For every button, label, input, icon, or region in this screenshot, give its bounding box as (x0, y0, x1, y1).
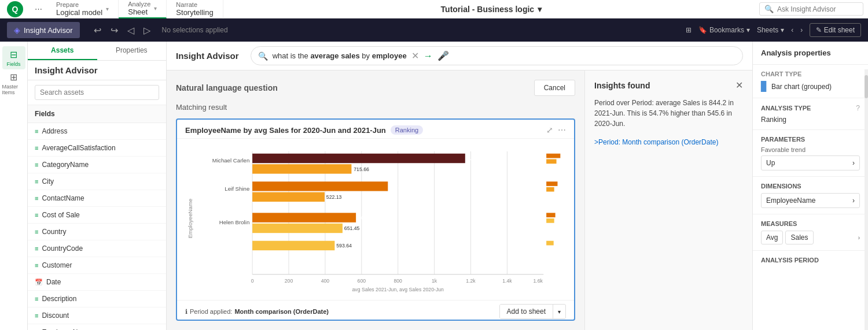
nav-prepare[interactable]: Prepare Logical model ▾ (47, 0, 119, 18)
asset-panel: Assets Properties Insight Advisor Fields… (28, 42, 167, 330)
svg-text:748.83: 748.83 (358, 215, 373, 221)
period-comparison-link[interactable]: >Period: Month comparison (OrderDate) (594, 138, 743, 146)
sidebar-item-master-items[interactable]: ⊞ Master Items (2, 72, 25, 95)
svg-text:Michael Carlen: Michael Carlen (212, 157, 249, 164)
analysis-properties-header: Analysis properties (753, 42, 868, 65)
expand-chart-button[interactable]: ⤢ (546, 125, 553, 135)
field-text-icon-3: ≡ (35, 161, 38, 168)
field-item-countrycode[interactable]: ≡ CountryCode (28, 240, 166, 257)
add-to-sheet-button[interactable]: Add to sheet ▾ (499, 304, 566, 319)
sheets-button[interactable]: Sheets ▾ (757, 26, 784, 34)
app-title[interactable]: Tutorial - Business logic ▾ (441, 5, 542, 14)
sidebar-item-fields[interactable]: ⊟ Fields (2, 46, 25, 69)
svg-text:Leif Shine: Leif Shine (225, 186, 249, 192)
dots-menu[interactable]: ⋯ (30, 2, 47, 16)
field-text-icon-4: ≡ (35, 178, 38, 185)
field-text-icon-11: ≡ (35, 312, 38, 319)
parameters-section: Parameters Favorable trend Up › (753, 130, 868, 177)
matching-result-label: Matching result (176, 103, 575, 112)
redo-button[interactable]: ↪ (108, 23, 120, 38)
field-label-country: Country (42, 228, 66, 236)
measure-avg-tag[interactable]: Avg (761, 231, 783, 244)
insight-advisor-icon: ◈ (14, 25, 20, 35)
period-info-icon: ℹ (185, 308, 187, 316)
nav-analyze-value: Sheet (128, 8, 150, 16)
measures-row: Avg Sales › (761, 231, 860, 244)
toolbar-right: ⊞ 🔖 Bookmarks ▾ Sheets ▾ ‹ › ✎ Edit shee… (686, 23, 861, 37)
info-icon[interactable]: ? (856, 104, 860, 112)
query-before: what is the (273, 51, 311, 60)
measure-sales-tag[interactable]: Sales (785, 231, 813, 244)
svg-text:1.6k: 1.6k (533, 278, 543, 284)
query-bold1: average sales (310, 51, 359, 60)
bookmarks-button[interactable]: 🔖 Bookmarks ▾ (698, 26, 750, 34)
insights-header: Insights found ✕ (594, 80, 743, 91)
nav-right: 🔍 (759, 2, 863, 16)
svg-text:0: 0 (251, 278, 254, 284)
field-label-contactname: ContactName (42, 194, 84, 202)
forward-button[interactable]: ▷ (141, 23, 153, 38)
field-calendar-icon: 📅 (35, 279, 43, 286)
measure-arrow-icon[interactable]: › (858, 235, 860, 241)
svg-rect-37 (546, 154, 560, 158)
insight-advisor-button[interactable]: ◈ Insight Advisor (7, 22, 80, 38)
svg-rect-17 (252, 181, 388, 191)
svg-rect-23 (252, 224, 343, 233)
qlik-logo[interactable]: Q (5, 1, 30, 17)
search-assets-input[interactable] (35, 85, 159, 100)
field-item-country[interactable]: ≡ Country (28, 224, 166, 240)
nav-arrow-left[interactable]: ‹ (791, 26, 793, 34)
field-item-city[interactable]: ≡ City (28, 173, 166, 190)
svg-rect-19 (252, 192, 325, 202)
nl-question-header: Natural language question Cancel (176, 80, 575, 96)
svg-text:800: 800 (393, 278, 402, 284)
chart-body: EmployeeName Michae (177, 139, 574, 300)
tab-properties[interactable]: Properties (97, 42, 167, 60)
dimension-item[interactable]: EmployeeName › (761, 193, 860, 208)
chart-actions: ⤢ ⋯ (546, 125, 566, 135)
second-toolbar: ◈ Insight Advisor ↩ ↪ ◁ ▷ No selections … (0, 18, 868, 42)
back-button[interactable]: ◁ (125, 23, 137, 38)
field-item-avgcallsatisfaction[interactable]: ≡ AverageCallSatisfaction (28, 140, 166, 157)
analysis-panel: Analysis properties Chart type ▊ Bar cha… (752, 42, 868, 330)
add-sheet-chevron-icon[interactable]: ▾ (553, 306, 565, 318)
ia-microphone-button[interactable]: 🎤 (437, 50, 449, 61)
favorable-trend-dropdown[interactable]: Up › (761, 155, 860, 170)
chart-header: EmployeeName by avg Sales for 2020-Jun a… (177, 120, 574, 139)
field-item-address[interactable]: ≡ Address (28, 123, 166, 140)
field-label-countrycode: CountryCode (42, 244, 83, 253)
field-text-icon-8: ≡ (35, 245, 38, 252)
analysis-type-section: Analysis type ? Ranking (753, 98, 868, 130)
ia-search-bar[interactable]: 🔍 what is the average sales by employee … (251, 46, 743, 65)
field-item-customer[interactable]: ≡ Customer (28, 257, 166, 274)
field-item-employeename[interactable]: ≡ EmployeeName (28, 324, 166, 330)
field-text-icon: ≡ (35, 128, 38, 135)
edit-sheet-button[interactable]: ✎ Edit sheet (810, 23, 861, 37)
ia-submit-button[interactable]: → (424, 51, 433, 61)
ask-insight-advisor-input[interactable] (777, 5, 864, 13)
analysis-type-value: Ranking (761, 116, 860, 124)
grid-view-button[interactable]: ⊞ (686, 26, 692, 34)
nav-analyze[interactable]: Analyze Sheet ▾ (119, 0, 167, 18)
insights-close-button[interactable]: ✕ (735, 80, 743, 91)
ia-panel-title: Insight Advisor (176, 51, 239, 61)
field-item-discount[interactable]: ≡ Discount (28, 307, 166, 324)
nav-analyze-label: Analyze (128, 1, 150, 8)
field-item-categoryname[interactable]: ≡ CategoryName (28, 157, 166, 173)
field-item-contactname[interactable]: ≡ ContactName (28, 190, 166, 207)
field-item-description[interactable]: ≡ Description (28, 291, 166, 307)
nav-prepare-label: Prepare (56, 1, 102, 8)
field-item-date[interactable]: 📅 Date (28, 274, 166, 291)
ia-query-text: what is the average sales by employee (273, 51, 407, 60)
chart-more-button[interactable]: ⋯ (558, 125, 566, 135)
tab-assets[interactable]: Assets (28, 42, 97, 60)
undo-button[interactable]: ↩ (91, 23, 104, 38)
cancel-button[interactable]: Cancel (534, 80, 575, 96)
ask-insight-advisor-search[interactable]: 🔍 (759, 2, 863, 16)
nav-narrate[interactable]: Narrate Storytelling (167, 0, 223, 18)
nav-arrow-right[interactable]: › (800, 26, 803, 34)
field-item-costofsale[interactable]: ≡ Cost of Sale (28, 207, 166, 224)
svg-rect-21 (252, 213, 356, 222)
dropdown-arrow-icon: › (852, 159, 855, 167)
ia-clear-button[interactable]: ✕ (411, 50, 419, 61)
